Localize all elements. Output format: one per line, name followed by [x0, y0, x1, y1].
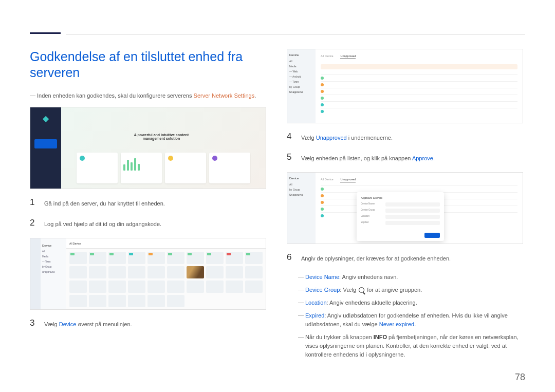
popup-input — [385, 221, 440, 225]
ss1-main: A powerful and intuitive content managem… — [61, 107, 266, 189]
sidebar-item: Unapproved — [289, 193, 313, 196]
device-tile — [226, 266, 243, 278]
info-strong: INFO — [374, 334, 387, 340]
logo-icon: ◆ — [38, 114, 53, 129]
device-tile — [108, 252, 126, 264]
popup-field-expired: Expired — [361, 221, 440, 225]
step-number: 5 — [287, 152, 294, 162]
status-dot-icon — [321, 97, 324, 100]
info-banner — [321, 64, 517, 69]
device-tile — [128, 266, 145, 278]
popup-input — [385, 215, 440, 219]
screenshot-unapproved-list: Device All Media — Web — Android — Tizen… — [287, 49, 523, 123]
step-number: 1 — [30, 197, 37, 208]
bullet-location: Location: Angiv enhedens aktuelle placer… — [298, 298, 523, 307]
right-column: Device All Media — Web — Android — Tizen… — [287, 49, 523, 363]
device-link-text: Device — [59, 321, 77, 327]
device-tile — [89, 295, 106, 307]
list-row — [321, 101, 517, 108]
pre-note-highlight: Server Network Settings — [194, 92, 255, 99]
sidebar-item-unapproved: Unapproved — [289, 90, 313, 94]
device-tile — [108, 295, 126, 307]
step-number: 6 — [287, 252, 294, 263]
sidebar-item: by Group — [289, 85, 313, 88]
ss3-sidebar: Device All Media — Web — Android — Tizen… — [287, 49, 316, 123]
device-tile — [245, 266, 263, 278]
device-tile — [187, 281, 204, 293]
ss2-top-tabs: All Device — [66, 238, 266, 249]
pre-note: Inden enheden kan godkendes, skal du kon… — [30, 91, 266, 100]
device-tile — [69, 266, 87, 278]
sidebar-item: — Tizen — [289, 80, 313, 83]
device-tile — [89, 266, 106, 278]
ss2-grid — [66, 249, 266, 309]
ss4-sidebar: Device All by Group Unapproved — [287, 173, 316, 244]
screenshot-device-grid: Device All Media — Tizen by Group Unappr… — [30, 238, 266, 310]
ss1-login-button — [34, 139, 57, 148]
status-badge — [129, 253, 133, 255]
purple-dot-icon — [212, 156, 217, 161]
status-badge — [90, 253, 94, 255]
sidebar-item: All — [289, 183, 313, 186]
cyan-dot-icon — [80, 156, 85, 161]
device-tile — [69, 281, 87, 293]
status-dot-icon — [321, 77, 324, 80]
header-divider — [66, 34, 525, 34]
status-dot-icon — [321, 194, 324, 197]
status-badge — [188, 253, 192, 255]
tab-all-device: All Device — [321, 54, 333, 59]
device-tile-thumbnail — [187, 266, 204, 278]
device-tile — [206, 252, 224, 264]
device-tile — [128, 295, 145, 307]
sidebar-item: Media — [289, 65, 313, 68]
header-accent-bar — [30, 32, 61, 34]
bullet-expired: Expired: Angiv udløbsdatoen for godkende… — [298, 311, 523, 329]
sidebar-item: All — [42, 250, 65, 253]
ss3-main: All Device Unapproved — [316, 49, 523, 123]
step-1: 1 Gå ind på den server, du har knyttet t… — [30, 197, 266, 209]
sidebar-item: — Android — [289, 75, 313, 78]
list-row — [321, 81, 517, 88]
device-tiles — [69, 252, 263, 307]
popup-approve-button — [424, 233, 440, 238]
tab-unapproved: Unapproved — [340, 178, 356, 182]
sidebar-item: Unapproved — [42, 271, 65, 273]
tab-unapproved: Unapproved — [340, 54, 356, 59]
popup-label: Device Name — [361, 202, 382, 207]
pre-note-text: Inden enheden kan godkendes, skal du kon… — [37, 92, 192, 99]
never-expired-link-text: Never expired — [379, 321, 414, 327]
step-6: 6 Angiv de oplysninger, der kræves for a… — [287, 252, 523, 264]
page-content: Godkendelse af en tilsluttet enhed fra s… — [30, 49, 525, 363]
device-tile — [108, 266, 126, 278]
ss2-nav-sidebar: Device All Media — Tizen by Group Unappr… — [41, 238, 66, 309]
ss4-sidebar-title: Device — [289, 177, 313, 180]
step-text: Vælg Unapproved i undermenuerne. — [301, 132, 393, 143]
sidebar-item: Media — [42, 255, 65, 258]
sidebar-item: — Web — [289, 70, 313, 73]
device-tile — [89, 281, 106, 293]
ss1-card — [77, 153, 118, 183]
status-badge — [109, 253, 114, 255]
status-badge — [70, 253, 75, 255]
ss2-far-sidebar — [30, 238, 41, 309]
device-tile — [147, 266, 165, 278]
device-tile — [245, 281, 263, 293]
step-4: 4 Vælg Unapproved i undermenuerne. — [287, 132, 523, 143]
list-row — [321, 74, 517, 81]
device-tile — [147, 252, 165, 264]
popup-label: Expired — [361, 221, 382, 225]
status-badge — [168, 253, 172, 255]
bullet-device-name: Device Name: Angiv enhedens navn. — [298, 273, 523, 282]
step-text: Angiv de oplysninger, der kræves for at … — [301, 252, 451, 264]
sidebar-item: by Group — [289, 188, 313, 191]
step-text: Gå ind på den server, du har knyttet til… — [44, 197, 165, 209]
device-tile — [206, 281, 224, 293]
status-badge — [227, 253, 231, 255]
ss1-card — [209, 153, 250, 183]
device-tile — [187, 252, 204, 264]
device-tile — [226, 252, 243, 264]
step-3: 3 Vælg Device øverst på menulinjen. — [30, 318, 266, 329]
device-tile — [89, 252, 106, 264]
approve-link-text: Approve — [412, 155, 433, 161]
unapproved-link-text: Unapproved — [316, 135, 347, 141]
